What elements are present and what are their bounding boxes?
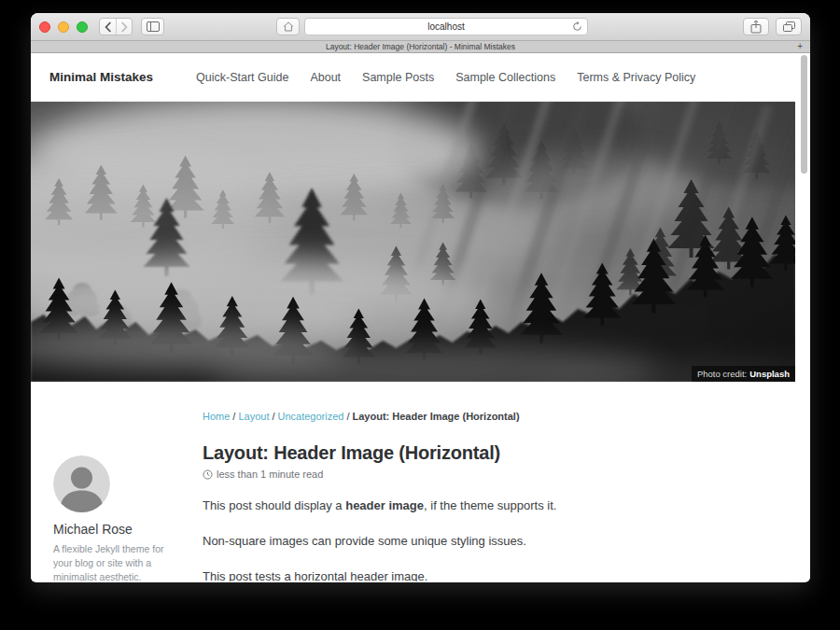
screenshot-stage: localhost Layout: Header Image (Horizont… [0,0,840,630]
chevron-left-icon [105,21,112,33]
nav-about[interactable]: About [310,71,341,84]
web-page: Minimal Mistakes Quick-Start Guide About… [31,53,795,581]
forward-button[interactable] [116,19,132,35]
browser-toolbar: localhost [31,13,810,41]
breadcrumb-home[interactable]: Home [203,411,230,422]
window-controls [39,21,88,33]
author-sidebar: Michael Rose A flexible Jekyll theme for… [53,455,193,581]
post-title: Layout: Header Image (Horizontal) [203,442,767,464]
clock-icon [203,469,213,480]
author-name: Michael Rose [53,522,193,537]
article: Layout: Header Image (Horizontal) less t… [203,442,767,581]
tab-bar: Layout: Header Image (Horizontal) - Mini… [31,41,810,53]
nav-terms-privacy[interactable]: Terms & Privacy Policy [577,71,695,84]
header-image: Photo credit:Unsplash [31,102,795,382]
show-tabs-button[interactable] [776,18,802,35]
sidebar-icon [147,21,160,32]
breadcrumb-uncategorized[interactable]: Uncategorized [278,411,344,422]
close-window-button[interactable] [39,21,50,33]
back-button[interactable] [100,19,116,35]
nav-sample-posts[interactable]: Sample Posts [362,71,434,84]
tabs-icon [783,21,795,32]
read-time: less than 1 minute read [203,469,767,480]
nav-sample-collections[interactable]: Sample Collections [455,71,555,84]
address-bar-url: localhost [427,21,464,32]
site-title-link[interactable]: Minimal Mistakes [49,70,153,84]
chevron-right-icon [120,21,128,33]
masthead-nav: Quick-Start Guide About Sample Posts Sam… [196,71,695,84]
home-icon [283,21,294,32]
reload-icon [572,21,582,32]
photo-credit: Photo credit:Unsplash [692,366,795,382]
breadcrumb: Home/Layout/Uncategorized/Layout: Header… [203,411,795,422]
breadcrumb-layout[interactable]: Layout [238,411,269,422]
post-paragraph: Non-square images can provide some uniqu… [203,533,767,551]
share-button[interactable] [743,18,769,35]
person-silhouette-icon [53,455,110,512]
post-paragraph: This post tests a horizontal header imag… [203,568,767,581]
page-viewport: Minimal Mistakes Quick-Start Guide About… [31,53,810,581]
history-nav [99,18,133,35]
avatar [53,455,110,512]
content-area: Home/Layout/Uncategorized/Layout: Header… [31,382,795,581]
active-tab[interactable]: Layout: Header Image (Horizontal) - Mini… [31,41,810,53]
minimize-window-button[interactable] [58,21,69,33]
new-tab-button[interactable]: + [793,41,806,52]
vertical-scrollbar[interactable] [801,55,807,174]
reload-button[interactable] [572,21,582,34]
share-icon [750,20,762,34]
browser-window: localhost Layout: Header Image (Horizont… [31,13,810,582]
zoom-window-button[interactable] [77,21,88,33]
foggy-forest-image [31,102,795,382]
breadcrumb-current: Layout: Header Image (Horizontal) [353,411,520,422]
masthead: Minimal Mistakes Quick-Start Guide About… [31,53,795,102]
post-paragraph: This post should display a header image,… [203,497,767,515]
home-button[interactable] [276,18,300,35]
sidebar-toggle-button[interactable] [141,18,164,35]
address-bar[interactable]: localhost [304,18,588,35]
author-bio: A flexible Jekyll theme for your blog or… [53,542,165,581]
nav-quick-start-guide[interactable]: Quick-Start Guide [196,71,288,84]
